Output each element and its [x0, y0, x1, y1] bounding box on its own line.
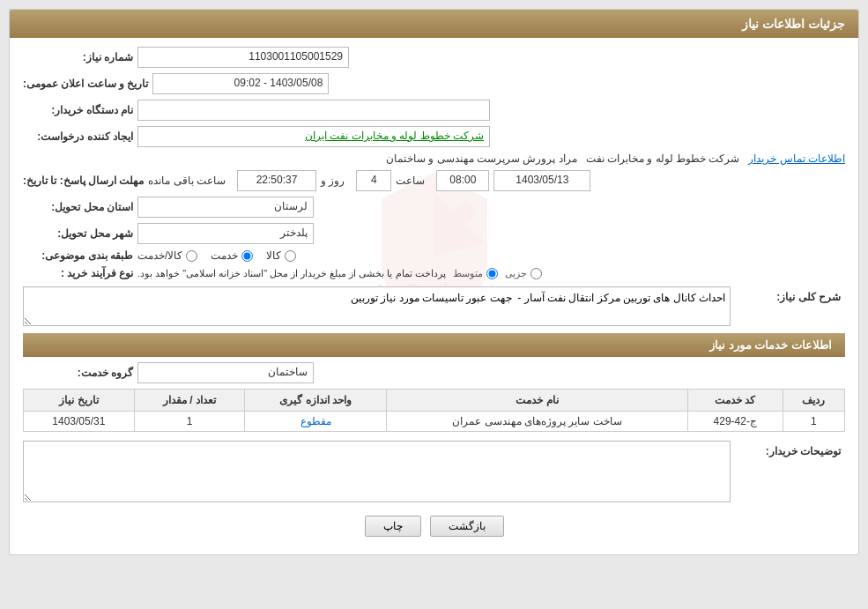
- services-section-header: اطلاعات خدمات مورد نیاز: [23, 333, 845, 357]
- province-row: استان محل تحویل: لرستان: [23, 197, 845, 218]
- contact-link[interactable]: اطلاعات تماس خریدار: [748, 152, 845, 165]
- cell-row-num: 1: [783, 412, 844, 432]
- creator-org: شرکت خطوط لوله و مخابرات نفت: [586, 152, 740, 165]
- send-date-value: 1403/05/13: [493, 170, 590, 191]
- service-group-row: گروه خدمت: ساختمان: [23, 362, 845, 383]
- send-day-label: روز و: [321, 175, 345, 187]
- buyer-org-row: نام دستگاه خریدار:: [23, 100, 845, 121]
- col-row-num: ردیف: [783, 390, 844, 412]
- creator-contact-label: مراد پرورش سرپرست مهندسی و ساختمان: [386, 152, 577, 165]
- send-remaining-value: 22:50:37: [237, 170, 316, 191]
- col-need-date: تاریخ نیاز: [24, 390, 135, 412]
- radio-khadamat[interactable]: خدمت: [211, 249, 253, 262]
- print-button[interactable]: چاپ: [365, 516, 421, 537]
- services-table: ردیف کد خدمت نام خدمت واحد اندازه گیری ت…: [23, 389, 845, 432]
- description-label: شرح کلی نیاز:: [731, 286, 845, 303]
- send-day-value: 4: [356, 170, 391, 191]
- buyer-desc-label: توضیحات خریدار:: [731, 441, 845, 457]
- purchase-note: پرداخت تمام یا بخشی از مبلغ خریدار از مح…: [137, 268, 446, 279]
- cell-service-code: ج-42-429: [687, 412, 783, 432]
- radio-kala[interactable]: کالا: [266, 249, 296, 262]
- radio-kala-label: کالا: [266, 249, 281, 262]
- radio-jozi[interactable]: جزیی: [505, 268, 542, 279]
- send-date-label: مهلت ارسال پاسخ: تا تاریخ:: [23, 175, 148, 187]
- send-remaining-label: ساعت باقی مانده: [148, 175, 226, 187]
- col-unit: واحد اندازه گیری: [245, 390, 387, 412]
- buyer-org-value: [137, 100, 490, 121]
- col-service-name: نام خدمت: [387, 390, 687, 412]
- page-title: جزئیات اطلاعات نیاز: [10, 10, 858, 38]
- province-value: لرستان: [137, 197, 314, 218]
- city-value: پلدختر: [137, 223, 314, 244]
- purchase-type-label: نوع فرآیند خرید :: [23, 267, 137, 279]
- creator-label: ایجاد کننده درخواست:: [23, 130, 137, 143]
- radio-khadamat-label: خدمت: [211, 249, 238, 262]
- category-label: طبقه بندی موضوعی:: [23, 249, 137, 262]
- buyer-org-label: نام دستگاه خریدار:: [23, 104, 137, 116]
- col-quantity: تعداد / مقدار: [134, 390, 245, 412]
- send-time-label: ساعت: [396, 175, 425, 187]
- service-group-value: ساختمان: [137, 362, 314, 383]
- description-section: شرح کلی نیاز:: [23, 286, 845, 326]
- cell-need-date: 1403/05/31: [24, 412, 135, 432]
- button-row: بازگشت چاپ: [23, 516, 845, 537]
- need-number-row: شماره نیاز: 1103001105001529: [23, 47, 845, 68]
- col-service-code: کد خدمت: [687, 390, 783, 412]
- table-row: 1 ج-42-429 ساخت سایر پروژه‌های مهندسی عم…: [24, 412, 845, 432]
- cell-quantity: 1: [134, 412, 245, 432]
- radio-motavaset-label: متوسط: [453, 268, 483, 279]
- contact-row: مراد پرورش سرپرست مهندسی و ساختمان شرکت …: [23, 152, 845, 165]
- send-time-value: 08:00: [436, 170, 489, 191]
- province-label: استان محل تحویل:: [23, 201, 137, 213]
- cell-unit: مقطوع: [245, 412, 387, 432]
- purchase-type-row: نوع فرآیند خرید : پرداخت تمام یا بخشی از…: [23, 267, 845, 279]
- radio-motavaset[interactable]: متوسط: [453, 268, 498, 279]
- creator-row: ایجاد کننده درخواست: شرکت خطوط لوله و مخ…: [23, 126, 845, 147]
- radio-jozi-label: جزیی: [505, 268, 527, 279]
- description-input[interactable]: [23, 286, 731, 326]
- buyer-desc-input[interactable]: [23, 441, 731, 502]
- back-button[interactable]: بازگشت: [430, 516, 504, 537]
- need-number-value: 1103001105001529: [137, 47, 349, 68]
- service-group-label: گروه خدمت:: [23, 367, 137, 379]
- city-row: شهر محل تحویل: پلدختر: [23, 223, 845, 244]
- creator-value: شرکت خطوط لوله و مخابرات نفت ایران: [137, 126, 490, 147]
- need-number-label: شماره نیاز:: [23, 51, 137, 63]
- category-row: طبقه بندی موضوعی: کالا/خدمت خدمت کالا: [23, 249, 845, 262]
- radio-kala-khadamat[interactable]: کالا/خدمت: [137, 249, 197, 262]
- announcement-label: تاریخ و ساعت اعلان عمومی:: [23, 78, 152, 90]
- cell-service-name: ساخت سایر پروژه‌های مهندسی عمران: [387, 412, 687, 432]
- announcement-row: تاریخ و ساعت اعلان عمومی: 1403/05/08 - 0…: [23, 73, 845, 94]
- announcement-value: 1403/05/08 - 09:02: [152, 73, 329, 94]
- buyer-description-section: توضیحات خریدار:: [23, 441, 845, 502]
- city-label: شهر محل تحویل:: [23, 227, 137, 240]
- radio-kala-khadamat-label: کالا/خدمت: [137, 249, 182, 262]
- send-date-row: مهلت ارسال پاسخ: تا تاریخ: ساعت باقی مان…: [23, 170, 845, 191]
